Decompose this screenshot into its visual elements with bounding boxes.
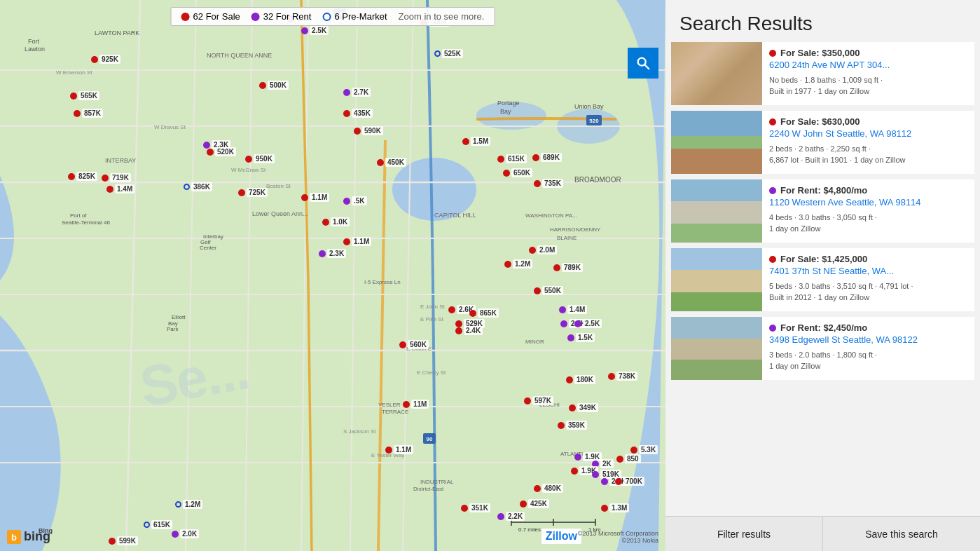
svg-line-7 xyxy=(301,0,308,551)
map-pin[interactable]: 450K xyxy=(377,158,406,167)
map-pin[interactable]: 2.0K xyxy=(172,529,199,538)
map-pin[interactable]: 2.5K xyxy=(301,26,329,35)
map-pin[interactable]: 525K xyxy=(434,49,463,58)
pin-label: 725K xyxy=(247,188,268,197)
map-pin[interactable]: 560K xyxy=(399,340,429,349)
save-search-button[interactable]: Save this search xyxy=(823,517,980,551)
map-pin[interactable]: 11M xyxy=(403,400,429,409)
map-pin[interactable]: 857K xyxy=(74,109,103,118)
map-pin[interactable]: 1.3M xyxy=(601,503,629,512)
map-pin[interactable]: 1.4M xyxy=(559,305,587,314)
map-pin[interactable]: 689K xyxy=(532,153,562,162)
result-card[interactable]: For Sale: $630,000 2240 W John St Seattl… xyxy=(671,111,974,174)
svg-text:WASHINGTON PA...: WASHINGTON PA... xyxy=(525,212,577,219)
pin-dot-premarket xyxy=(175,501,181,508)
map-pin[interactable]: 2.5K xyxy=(574,319,602,328)
result-card[interactable]: For Rent: $4,800/mo 1120 Western Ave Sea… xyxy=(671,179,974,243)
map-pin[interactable]: 5.3K xyxy=(630,445,658,454)
svg-text:Lower Queen Ann...: Lower Queen Ann... xyxy=(252,210,308,217)
map-pin[interactable]: .5K xyxy=(343,196,367,205)
svg-text:0.7 miles: 0.7 miles xyxy=(518,526,541,533)
legend-sale-label: 62 For Sale xyxy=(193,11,240,22)
map-pin[interactable]: 1.2M xyxy=(504,259,532,268)
map-pin[interactable]: 180K xyxy=(566,375,595,384)
map-area[interactable]: NORTH QUEEN ANNE INTERBAY Lower Queen An… xyxy=(0,0,665,551)
map-pin[interactable]: 1.5K xyxy=(567,333,595,342)
result-address[interactable]: 7401 37th St NE Seattle, WA... xyxy=(769,266,967,278)
result-info: For Sale: $350,000 6200 24th Ave NW APT … xyxy=(762,42,974,105)
map-pin[interactable]: 1.1M xyxy=(301,193,329,202)
pin-dot-sale xyxy=(601,505,608,512)
result-address[interactable]: 1120 Western Ave Seattle, WA 98114 xyxy=(769,197,967,209)
map-pin[interactable]: 590K xyxy=(354,126,383,135)
results-list[interactable]: For Sale: $350,000 6200 24th Ave NW APT … xyxy=(665,42,980,516)
map-pin[interactable]: 950K xyxy=(245,154,275,163)
map-pin[interactable]: 1.1M xyxy=(385,445,413,454)
map-pin[interactable]: 615K xyxy=(144,520,172,529)
pin-dot-sale xyxy=(448,306,455,313)
map-pin[interactable]: 2.3K xyxy=(319,249,346,258)
result-address[interactable]: 3498 Edgewell St Seattle, WA 98122 xyxy=(769,334,967,346)
pin-label: 1.3M xyxy=(609,503,629,512)
map-pin[interactable]: 1.2M xyxy=(175,500,202,509)
map-pin[interactable]: 850 xyxy=(616,454,641,463)
map-pin[interactable]: 1.0K xyxy=(322,217,350,226)
pin-label: 2.4K xyxy=(464,326,483,335)
pin-dot-sale xyxy=(532,154,539,161)
svg-text:CAPITOL HILL: CAPITOL HILL xyxy=(434,212,476,219)
map-pin[interactable]: 349K xyxy=(569,403,598,412)
pin-label: 386K xyxy=(191,182,212,191)
pin-label: 1.4M xyxy=(115,184,134,193)
map-pin[interactable]: 738K xyxy=(608,372,637,381)
pin-dot-premarket xyxy=(184,184,190,190)
map-pin[interactable]: 500K xyxy=(259,81,289,90)
map-pin[interactable]: 700K xyxy=(615,477,644,486)
svg-text:Port of: Port of xyxy=(70,212,87,219)
svg-text:W McGraw St: W McGraw St xyxy=(231,167,266,173)
svg-text:E John St: E John St xyxy=(420,304,445,310)
result-card[interactable]: For Sale: $350,000 6200 24th Ave NW APT … xyxy=(671,42,974,105)
pin-dot-sale xyxy=(403,401,410,408)
map-pin[interactable]: 2.0M xyxy=(529,245,557,254)
map-pin[interactable]: 825K xyxy=(68,172,97,181)
map-pin[interactable]: 550K xyxy=(534,286,563,295)
map-pin[interactable]: 865K xyxy=(469,308,499,318)
map-pin[interactable]: 735K xyxy=(534,179,563,188)
map-pin[interactable]: 1.5M xyxy=(462,137,490,146)
map-pin[interactable]: 725K xyxy=(238,188,268,197)
svg-text:Boston St: Boston St xyxy=(266,183,291,189)
pin-dot-sale xyxy=(534,287,541,294)
svg-point-2 xyxy=(476,102,546,130)
map-pin[interactable]: 597K xyxy=(524,396,553,405)
map-pin[interactable]: 650K xyxy=(503,168,532,177)
result-card[interactable]: For Sale: $1,425,000 7401 37th St NE Sea… xyxy=(671,248,974,311)
map-pin[interactable]: 615K xyxy=(497,154,527,163)
map-pin[interactable]: 719K xyxy=(102,173,131,182)
result-address[interactable]: 2240 W John St Seattle, WA 98112 xyxy=(769,128,967,140)
map-pin[interactable]: 789K xyxy=(553,263,583,272)
result-card[interactable]: For Rent: $2,450/mo 3498 Edgewell St Sea… xyxy=(671,317,974,380)
map-pin[interactable]: 520K xyxy=(207,147,236,156)
map-pin[interactable]: 425K xyxy=(520,499,549,508)
map-pin[interactable]: 599K xyxy=(109,536,138,545)
pin-dot-rent xyxy=(560,320,567,327)
result-thumbnail xyxy=(671,248,762,311)
pin-label: 2K xyxy=(600,459,614,468)
map-search-button[interactable] xyxy=(628,48,658,79)
legend-sale: 62 For Sale xyxy=(181,11,240,22)
map-pin[interactable]: 351K xyxy=(461,503,490,512)
map-pin[interactable]: 2.2K xyxy=(497,512,525,521)
map-pin[interactable]: 386K xyxy=(184,182,212,191)
filter-results-button[interactable]: Filter results xyxy=(665,517,823,551)
map-pin[interactable]: 480K xyxy=(534,484,563,493)
map-pin[interactable]: 2.7K xyxy=(343,88,371,97)
map-pin[interactable]: 1.4M xyxy=(106,184,134,193)
map-pin[interactable]: 1.1M xyxy=(343,237,371,246)
map-pin[interactable]: 925K xyxy=(91,55,120,64)
map-pin[interactable]: 359K xyxy=(558,421,587,430)
map-pin[interactable]: 2.4K xyxy=(455,326,483,335)
map-pin[interactable]: 565K xyxy=(70,91,99,100)
result-address[interactable]: 6200 24th Ave NW APT 304... xyxy=(769,60,967,72)
pin-dot-rent xyxy=(319,250,326,257)
map-pin[interactable]: 435K xyxy=(343,109,373,118)
